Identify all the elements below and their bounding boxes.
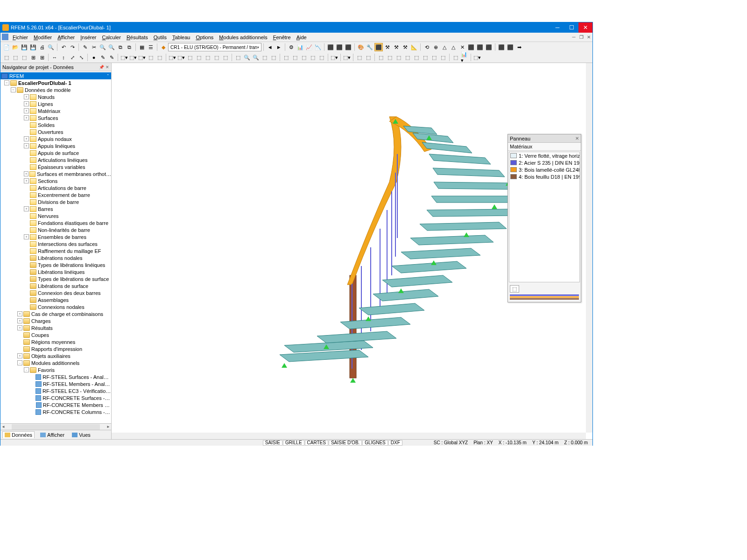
tree-item[interactable]: Libérations de surface bbox=[0, 282, 111, 289]
status-cell[interactable]: CARTES bbox=[305, 440, 328, 446]
redo-icon[interactable]: ↷ bbox=[68, 43, 77, 51]
menu-outils[interactable]: Outils bbox=[151, 35, 169, 40]
tree-item[interactable]: Épaisseurs variables bbox=[0, 163, 111, 170]
tree-item[interactable]: Fondations élastiques de barre bbox=[0, 219, 111, 226]
t2-35[interactable]: ⬚▾ bbox=[330, 53, 338, 62]
t2-48[interactable]: 📊▾ bbox=[460, 53, 469, 62]
tree-item[interactable]: Divisions de barre bbox=[0, 198, 111, 205]
print-icon[interactable]: 🖨 bbox=[38, 43, 46, 51]
tree-item[interactable]: Connexion des deux barres bbox=[0, 289, 111, 296]
t2-23[interactable]: ⬚ bbox=[212, 53, 221, 62]
res-18[interactable]: ✕ bbox=[458, 43, 466, 51]
t2-39[interactable]: ⬚ bbox=[377, 53, 385, 62]
t2-17[interactable]: ⬚ bbox=[155, 53, 164, 62]
menu-calculer[interactable]: Calculer bbox=[99, 35, 124, 40]
tree-item[interactable]: Rapports d'impression bbox=[0, 345, 111, 352]
status-cell[interactable]: GRILLE bbox=[283, 440, 304, 446]
res-10[interactable]: ⚒ bbox=[383, 43, 392, 51]
t2-30[interactable]: ⬚ bbox=[282, 53, 290, 62]
tree-item[interactable]: -Favoris bbox=[0, 366, 111, 373]
tree-item[interactable]: Types de libérations de surface bbox=[0, 275, 111, 282]
t2-27[interactable]: 🔍 bbox=[252, 53, 260, 62]
tree-item[interactable]: +Ensembles de barres bbox=[0, 233, 111, 240]
t2-21[interactable]: ⬚ bbox=[195, 53, 203, 62]
calc-icon[interactable]: ⚙ bbox=[287, 43, 296, 51]
t2-3[interactable]: ⬚ bbox=[20, 53, 28, 62]
menu-modifier[interactable]: Modifier bbox=[31, 35, 55, 40]
loadcase-combo[interactable]: CR1 - ELU (STR/GEO) - Permanent / tran bbox=[168, 43, 261, 51]
tool-6[interactable]: ⧉ bbox=[125, 43, 134, 51]
t2-12[interactable]: ✎ bbox=[107, 53, 116, 62]
open-icon[interactable]: 📂 bbox=[11, 43, 20, 51]
maximize-button[interactable]: ☐ bbox=[564, 22, 578, 33]
status-cell[interactable]: GLIGNES bbox=[362, 440, 388, 446]
t2-13[interactable]: ⬚▾ bbox=[120, 53, 128, 62]
res-11[interactable]: ⚒ bbox=[392, 43, 401, 51]
tree-item[interactable]: Solides bbox=[0, 121, 111, 128]
nav-next[interactable]: ► bbox=[275, 43, 283, 51]
tree-item[interactable]: +Matériaux bbox=[0, 107, 111, 114]
tree-item[interactable]: Connexions nodales bbox=[0, 303, 111, 310]
t2-26[interactable]: 🔍 bbox=[243, 53, 251, 62]
panel-tool-1[interactable]: ⬚ bbox=[510, 285, 519, 293]
panel-titlebar[interactable]: Panneau✕ bbox=[508, 134, 581, 143]
tool-3[interactable]: 🔍 bbox=[99, 43, 107, 51]
t2-41[interactable]: ⬚ bbox=[395, 53, 403, 62]
lc-icon[interactable]: ◆ bbox=[159, 43, 168, 51]
t2-6[interactable]: ↔ bbox=[50, 53, 59, 62]
tree-item[interactable]: Types de libérations linéiques bbox=[0, 261, 111, 268]
tree-item[interactable]: +Résultats bbox=[0, 324, 111, 331]
res-9[interactable]: ⬛ bbox=[374, 43, 383, 51]
tree-item[interactable]: RF-STEEL Members - Analyse gén bbox=[0, 380, 111, 387]
menu-insérer[interactable]: Insérer bbox=[78, 35, 99, 40]
t2-33[interactable]: ⬚ bbox=[309, 53, 317, 62]
tree-item[interactable]: +Sections bbox=[0, 177, 111, 184]
viewport-hscroll[interactable] bbox=[112, 433, 586, 439]
t2-45[interactable]: ⬚ bbox=[430, 53, 438, 62]
tree-item[interactable]: Libérations nodales bbox=[0, 254, 111, 261]
tree-item[interactable]: +Appuis linéiques bbox=[0, 142, 111, 149]
tree-item[interactable]: Raffinement du maillage EF bbox=[0, 247, 111, 254]
tab-views[interactable]: Vues bbox=[70, 432, 92, 438]
res-1[interactable]: 📊 bbox=[296, 43, 304, 51]
tool-2[interactable]: ✂ bbox=[90, 43, 98, 51]
nav-prev[interactable]: ◄ bbox=[266, 43, 274, 51]
t2-16[interactable]: ⬚ bbox=[147, 53, 155, 62]
status-cell[interactable]: SAISIE bbox=[263, 440, 282, 446]
tree-item[interactable]: RF-STEEL Surfaces - Analyse géné bbox=[0, 373, 111, 380]
tree-item[interactable]: Coupes bbox=[0, 331, 111, 338]
tree-item[interactable]: Assemblages bbox=[0, 296, 111, 303]
save-icon[interactable]: 💾 bbox=[20, 43, 28, 51]
res-12[interactable]: ⚒ bbox=[401, 43, 409, 51]
new-icon[interactable]: 📄 bbox=[2, 43, 11, 51]
tree-item[interactable]: Non-linéarités de barre bbox=[0, 226, 111, 233]
t2-46[interactable]: ⬚ bbox=[439, 53, 447, 62]
t2-28[interactable]: ⬚ bbox=[261, 53, 269, 62]
tree-item[interactable]: Régions moyennes bbox=[0, 338, 111, 345]
tree-item[interactable]: RF-CONCRETE Members - Calcul bbox=[0, 401, 111, 408]
tree-item[interactable]: +Nœuds bbox=[0, 93, 111, 100]
menu-options[interactable]: Options bbox=[193, 35, 216, 40]
res-15[interactable]: ⊕ bbox=[431, 43, 440, 51]
tree-item[interactable]: Articulations linéiques bbox=[0, 156, 111, 163]
tree-project[interactable]: −EscalierPourDlubal- 1 bbox=[0, 79, 111, 86]
material-row[interactable]: 2: Acier S 235 | DIN EN 1993-1-1 bbox=[509, 159, 579, 166]
t2-29[interactable]: ⬚ bbox=[269, 53, 278, 62]
tree-root[interactable]: RFEM ˄ bbox=[0, 72, 111, 79]
res-19[interactable]: ⬛ bbox=[467, 43, 475, 51]
tree-item[interactable]: +Charges bbox=[0, 317, 111, 324]
tree-item[interactable]: -Modules additionnels bbox=[0, 359, 111, 366]
t2-43[interactable]: ⬚ bbox=[412, 53, 421, 62]
t2-8[interactable]: ⤢ bbox=[68, 53, 77, 62]
tool-1[interactable]: ✎ bbox=[81, 43, 89, 51]
t2-31[interactable]: ⬚ bbox=[291, 53, 299, 62]
status-cell[interactable]: SAISIE D'OB. bbox=[329, 440, 362, 446]
res-4[interactable]: ⬛ bbox=[326, 43, 335, 51]
undo-icon[interactable]: ↶ bbox=[59, 43, 68, 51]
menu-aide[interactable]: Aide bbox=[294, 35, 310, 40]
res-17[interactable]: △ bbox=[449, 43, 458, 51]
t2-22[interactable]: ⬚ bbox=[204, 53, 212, 62]
res-3[interactable]: 📉 bbox=[314, 43, 322, 51]
material-row[interactable]: 1: Verre flotté, vitrage horizontal bbox=[509, 152, 579, 159]
res-2[interactable]: 📈 bbox=[305, 43, 313, 51]
